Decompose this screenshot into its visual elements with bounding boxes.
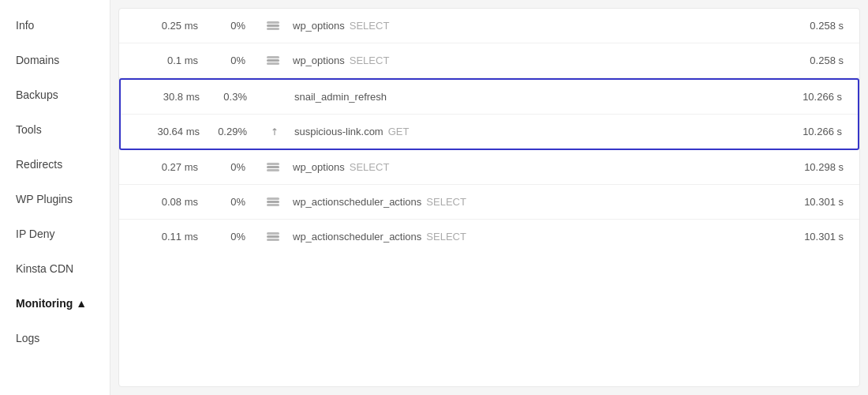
col-duration: 0.258 s — [765, 20, 844, 32]
label-text: snail_admin_refresh — [294, 91, 387, 103]
sidebar-item-info[interactable]: Info — [0, 8, 110, 43]
sidebar-item-wp-plugins[interactable]: WP Plugins — [0, 182, 110, 216]
db-icon — [261, 163, 285, 171]
sidebar-item-domains[interactable]: Domains — [0, 43, 110, 77]
label-text: wp_actionscheduler_actions — [293, 231, 421, 243]
sidebar: InfoDomainsBackupsToolsRedirectsWP Plugi… — [0, 0, 110, 395]
col-label: wp_optionsSELECT — [285, 55, 765, 66]
table-row: 0.11 ms0%wp_actionscheduler_actionsSELEC… — [119, 220, 859, 254]
col-percent: 0% — [214, 196, 261, 208]
col-label: wp_optionsSELECT — [285, 20, 765, 32]
sidebar-item-redirects[interactable]: Redirects — [0, 147, 110, 182]
col-label: wp_optionsSELECT — [285, 161, 765, 173]
query-type: GET — [388, 126, 410, 137]
sidebar-item-tools[interactable]: Tools — [0, 112, 110, 147]
label-text: wp_actionscheduler_actions — [293, 196, 421, 208]
col-percent: 0% — [214, 55, 261, 66]
external-link-icon: ↗ — [263, 126, 286, 137]
table-row: 0.08 ms0%wp_actionscheduler_actionsSELEC… — [119, 185, 859, 220]
col-time: 30.8 ms — [137, 91, 215, 103]
label-text: wp_options — [293, 55, 345, 66]
col-label: wp_actionscheduler_actionsSELECT — [285, 231, 765, 243]
sidebar-item-ip-deny[interactable]: IP Deny — [0, 216, 110, 251]
col-time: 0.25 ms — [135, 20, 214, 32]
table-row: 30.64 ms0.29%↗suspicious-link.comGET10.2… — [121, 115, 858, 149]
highlighted-group: 30.8 ms0.3%snail_admin_refresh10.266 s30… — [119, 78, 859, 150]
main-content: 0.25 ms0%wp_optionsSELECT0.258 s0.1 ms0%… — [118, 8, 860, 387]
db-icon — [261, 198, 285, 206]
col-label: snail_admin_refresh — [286, 91, 763, 103]
db-icon — [261, 21, 285, 30]
col-time: 0.11 ms — [135, 231, 214, 243]
col-percent: 0% — [214, 231, 261, 243]
query-type: SELECT — [426, 231, 466, 243]
table-row: 30.8 ms0.3%snail_admin_refresh10.266 s — [121, 80, 858, 115]
table-row: 0.25 ms0%wp_optionsSELECT0.258 s — [119, 9, 859, 43]
table-row: 0.27 ms0%wp_optionsSELECT10.298 s — [119, 150, 859, 185]
col-percent: 0% — [214, 20, 261, 32]
query-type: SELECT — [350, 20, 390, 32]
col-duration: 10.301 s — [765, 231, 844, 243]
col-time: 0.27 ms — [135, 161, 214, 173]
col-percent: 0.3% — [215, 91, 263, 103]
col-duration: 10.266 s — [763, 126, 842, 137]
sidebar-item-kinsta-cdn[interactable]: Kinsta CDN — [0, 251, 110, 286]
col-time: 0.08 ms — [135, 196, 214, 208]
col-duration: 10.298 s — [765, 161, 844, 173]
sidebar-item-monitoring-[interactable]: Monitoring ▲ — [0, 286, 110, 321]
col-duration: 0.258 s — [765, 55, 844, 66]
db-icon — [261, 232, 285, 241]
label-text: wp_options — [293, 20, 345, 32]
label-text: suspicious-link.com — [294, 126, 383, 137]
sidebar-item-backups[interactable]: Backups — [0, 77, 110, 112]
table-row: 0.1 ms0%wp_optionsSELECT0.258 s — [119, 43, 859, 78]
col-duration: 10.301 s — [765, 196, 844, 208]
col-percent: 0.29% — [215, 126, 263, 137]
sidebar-item-logs[interactable]: Logs — [0, 321, 110, 356]
query-type: SELECT — [350, 161, 390, 173]
col-label: wp_actionscheduler_actionsSELECT — [285, 196, 765, 208]
db-icon — [261, 56, 285, 65]
query-type: SELECT — [426, 196, 466, 208]
col-percent: 0% — [214, 161, 261, 173]
col-time: 30.64 ms — [137, 126, 215, 137]
col-label: suspicious-link.comGET — [286, 126, 763, 137]
col-duration: 10.266 s — [763, 91, 842, 103]
label-text: wp_options — [293, 161, 345, 173]
query-type: SELECT — [350, 55, 390, 66]
col-time: 0.1 ms — [135, 55, 214, 66]
